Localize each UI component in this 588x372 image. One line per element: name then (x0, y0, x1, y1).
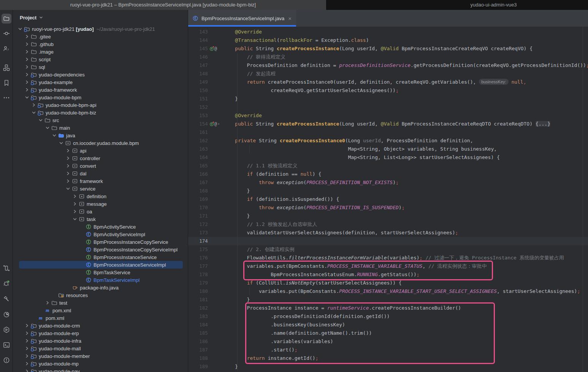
code-line-180[interactable]: 180 variables.put(BpmConstants.PROCESS_I… (188, 287, 588, 296)
notifications-flow-icon[interactable] (2, 263, 11, 273)
tree-item-yudao-dependencies[interactable]: yudao-dependencies (13, 71, 188, 78)
chevron-right-icon[interactable] (24, 323, 30, 329)
tree-item-convert[interactable]: convert (13, 162, 188, 170)
code-line-152[interactable]: 152 (188, 103, 588, 111)
project-panel-header[interactable]: Project (13, 10, 188, 25)
services-icon[interactable] (2, 325, 11, 335)
terminal-icon[interactable] (2, 340, 11, 350)
project-icon[interactable] (2, 14, 11, 24)
code-line-174[interactable]: 174 (188, 237, 588, 245)
chevron-right-icon[interactable] (24, 368, 30, 372)
tree-item-bpmprocessinstancecopyserviceimpl[interactable]: CBpmProcessInstanceCopyServiceImpl (13, 246, 188, 253)
chevron-right-icon[interactable] (24, 361, 30, 367)
chevron-right-icon[interactable] (71, 193, 78, 199)
chevron-right-icon[interactable] (24, 345, 30, 351)
code-line-147[interactable]: 147 ProcessDefinition definition = proce… (188, 61, 588, 70)
tree-item-yudao-module-mall[interactable]: yudao-module-mall (13, 345, 188, 352)
tree-item-yudao-module-bpm[interactable]: yudao-module-bpm (13, 94, 188, 101)
tree-item-sql[interactable]: sql (13, 63, 188, 71)
chevron-down-icon[interactable] (17, 26, 24, 32)
tree-item-framework[interactable]: framework (13, 177, 188, 185)
editor-tab[interactable]: C BpmProcessInstanceServiceImpl.java × (188, 10, 296, 27)
tree-item-yudao-module-crm[interactable]: yudao-module-crm (13, 322, 188, 329)
problems-icon[interactable] (2, 355, 11, 365)
code-line-171[interactable]: 171 } (188, 212, 588, 220)
tree-item-pom.xml[interactable]: mpom.xml (13, 307, 188, 314)
code-line-173[interactable]: 173 validateStartUserSelectAssignees(def… (188, 229, 588, 237)
tree-item-main[interactable]: main (13, 124, 188, 132)
code-line-150[interactable]: 150 createReqVO.getStartUserSelectAssign… (188, 86, 588, 95)
tree-item-api[interactable]: api (13, 147, 188, 154)
chevron-right-icon[interactable] (65, 155, 71, 161)
code-line-146[interactable]: 146 // 获得流程定义 (188, 53, 588, 61)
chevron-right-icon[interactable] (24, 87, 30, 93)
tree-item-task[interactable]: task (13, 215, 188, 223)
tree-item-service[interactable]: service (13, 185, 188, 192)
tree-item-message[interactable]: message (13, 200, 188, 208)
chevron-right-icon[interactable] (24, 79, 30, 85)
chevron-down-icon[interactable] (65, 186, 71, 192)
tree-item-cn.iocoder.yudao.module.bpm[interactable]: cn.iocoder.yudao.module.bpm (13, 139, 188, 147)
chevron-right-icon[interactable] (24, 64, 30, 70)
tree-item-controller[interactable]: controller (13, 154, 188, 162)
tree-item-bpmprocessinstanceserviceimpl[interactable]: CBpmProcessInstanceServiceImpl (13, 261, 188, 269)
tree-item-yudao-module-pay[interactable]: yudao-module-pay (13, 367, 188, 372)
code-line-149[interactable]: 149 return createProcessInstance0(userId… (188, 78, 588, 86)
tree-item-ruoyi-vue-pro-jdk21[interactable]: ruoyi-vue-pro-jdk21 [yudao]~/Java/ruoyi-… (13, 25, 188, 33)
code-line-168[interactable]: 168 } (188, 187, 588, 195)
code-line-167[interactable]: 167 throw exception(PROCESS_DEFINITION_N… (188, 178, 588, 187)
tree-item-test[interactable]: test (13, 299, 188, 307)
chevron-right-icon[interactable] (24, 41, 30, 47)
code-line-161[interactable]: 161 (188, 128, 588, 137)
tree-item-yudao-framework[interactable]: yudao-framework (13, 86, 188, 94)
tree-item-dal[interactable]: dal (13, 170, 188, 177)
code-line-145[interactable]: 145@ public String createProcessInstance… (188, 45, 588, 53)
code-line-166[interactable]: 166 if (definition == null) { (188, 170, 588, 178)
tree-item-bpmprocessinstancecopyservice[interactable]: IBpmProcessInstanceCopyService (13, 238, 188, 246)
chevron-down-icon[interactable] (30, 110, 37, 116)
chevron-right-icon[interactable] (65, 178, 71, 184)
close-icon[interactable]: × (288, 16, 292, 21)
chevron-down-icon[interactable] (37, 117, 44, 123)
chevron-right-icon[interactable] (44, 300, 51, 306)
code-line-162[interactable]: 162 private String createProcessInstance… (188, 137, 588, 145)
chevron-right-icon[interactable] (65, 163, 71, 169)
tree-item-yudao-module-member[interactable]: yudao-module-member (13, 352, 188, 360)
tree-item-definition[interactable]: definition (13, 192, 188, 200)
tree-item-bpmactivityservice[interactable]: IBpmActivityService (13, 223, 188, 231)
tree-item-bpmtaskserviceimpl[interactable]: CBpmTaskServiceImpl (13, 276, 188, 284)
tree-item-pom.xml[interactable]: mpom.xml (13, 314, 188, 322)
profiler-icon[interactable] (2, 310, 11, 320)
chevron-right-icon[interactable] (24, 330, 30, 336)
chevron-right-icon[interactable] (71, 208, 78, 215)
tree-item-yudao-module-mp[interactable]: yudao-module-mp (13, 360, 188, 367)
tree-item-yudao-example[interactable]: yudao-example (13, 78, 188, 86)
chevron-right-icon[interactable] (71, 201, 78, 207)
tree-item-src[interactable]: src (13, 116, 188, 124)
tree-item-script[interactable]: script (13, 56, 188, 63)
chevron-right-icon[interactable] (24, 72, 30, 78)
code-line-154[interactable]: 154@› public String createProcessInstanc… (188, 120, 588, 128)
commit-icon[interactable] (2, 29, 11, 38)
code-line-163[interactable]: 163 Map<String, Object> variables, Strin… (188, 145, 588, 153)
tree-item-yudao-module-bpm-biz[interactable]: yudao-module-bpm-biz (13, 109, 188, 116)
chevron-right-icon[interactable] (65, 170, 71, 176)
build-icon[interactable] (2, 294, 11, 304)
tree-item-package-info.java[interactable]: package-info.java (13, 284, 188, 291)
tree-item-yudao-module-erp[interactable]: yudao-module-erp (13, 329, 188, 337)
tree-item-bpmprocessinstanceservice[interactable]: IBpmProcessInstanceService (13, 253, 188, 261)
tree-item-.github[interactable]: .github (13, 40, 188, 48)
pull-requests-icon[interactable]: ? (2, 44, 11, 54)
code-editor[interactable]: 143 @Override144 @Transactional(rollback… (188, 27, 588, 372)
chevron-right-icon[interactable] (24, 33, 30, 40)
chevron-right-icon[interactable] (24, 353, 30, 359)
gutter-icons[interactable]: @ (208, 45, 223, 53)
chevron-right-icon[interactable] (30, 102, 37, 108)
bookmarks-icon[interactable] (2, 78, 11, 88)
tree-item-oa[interactable]: oa (13, 208, 188, 215)
chevron-right-icon[interactable] (24, 338, 30, 344)
more-icon[interactable] (2, 93, 11, 103)
code-line-153[interactable]: 153 @Override (188, 111, 588, 120)
code-line-169[interactable]: 169 if (definition.isSuspended()) { (188, 195, 588, 203)
tree-item-resources[interactable]: resources (13, 291, 188, 299)
